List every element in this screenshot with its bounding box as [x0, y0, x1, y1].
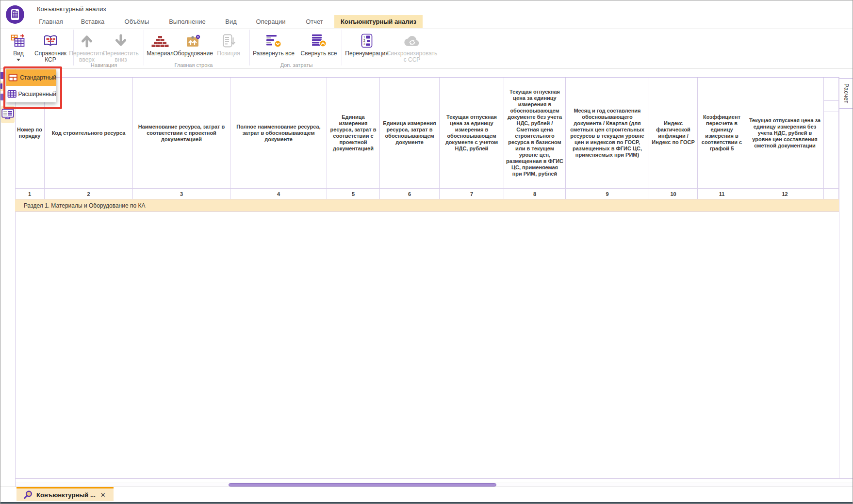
header-cell-5[interactable]: Единица измерения ресурса, затрат в соот…	[327, 78, 380, 188]
menu-item-standard[interactable]: Стандартный	[6, 69, 56, 86]
monitor-table-icon	[1, 109, 14, 120]
tab-operacii[interactable]: Операции	[253, 15, 289, 28]
tab-vstavka[interactable]: Вставка	[78, 15, 107, 28]
tab-glavnaya[interactable]: Главная	[37, 15, 65, 28]
extended-grid-icon	[6, 90, 18, 98]
column-number: 11	[698, 189, 746, 199]
column-number: 6	[380, 189, 440, 199]
move-up-button[interactable]: Переместить вверх	[67, 31, 106, 63]
book-icon	[31, 31, 70, 49]
menu-item-extended[interactable]: Расширенный	[6, 86, 56, 102]
position-label: Позиция	[213, 50, 244, 57]
window-title: Конъюнктурный анализ	[37, 5, 106, 13]
tab-vid[interactable]: Вид	[223, 15, 239, 28]
column-number	[824, 189, 839, 199]
sidebar-icon-partial[interactable]	[0, 72, 3, 79]
view-mode-button[interactable]: Вид	[7, 31, 30, 61]
header-cell-9[interactable]: Месяц и год составления обосновывающего …	[566, 78, 649, 188]
svg-text:2: 2	[363, 39, 365, 42]
move-down-label: Переместить вниз	[101, 50, 140, 63]
ksr-reference-label: Справочник КСР	[31, 50, 70, 63]
collapse-all-icon	[298, 31, 340, 49]
cloud-sync-icon	[385, 31, 439, 49]
column-number: 5	[327, 189, 380, 199]
renumber-button[interactable]: 123 Перенумерация	[342, 31, 392, 57]
tab-konyunkturnyj-analiz[interactable]: Конъюнктурный анализ	[334, 15, 423, 28]
column-number: 7	[440, 189, 504, 199]
window-bottom-edge	[0, 502, 853, 504]
move-down-button[interactable]: Переместить вниз	[101, 31, 140, 63]
crate-icon	[171, 31, 215, 49]
sync-ssr-label: Синхронизировать с ССР	[385, 50, 439, 63]
panel-divider	[839, 77, 839, 478]
standard-grid-icon	[6, 73, 20, 82]
document-tab[interactable]: Конъюнктурный ... ✕	[16, 487, 114, 501]
column-number: 9	[566, 189, 649, 199]
toolbar-separator	[144, 30, 144, 65]
position-button[interactable]: Позиция	[213, 31, 244, 57]
document-tab-label: Конъюнктурный ...	[36, 491, 96, 499]
column-number: 2	[45, 189, 133, 199]
table-bottom-line	[15, 478, 853, 479]
sidebar-icon-partial	[0, 83, 2, 89]
renumber-label: Перенумерация	[342, 50, 392, 57]
toolbar-divider	[0, 68, 853, 69]
header-cell-2[interactable]: Код строительного ресурса	[45, 78, 133, 188]
ksr-reference-button[interactable]: Справочник КСР	[31, 31, 70, 63]
header-cell-6[interactable]: Единица измерения ресурса, затрат в обос…	[380, 78, 440, 188]
arrow-up-icon	[67, 31, 106, 49]
view-grid-icon	[7, 31, 30, 49]
ribbon-divider	[0, 28, 853, 29]
view-mode-menu: Стандартный Расширенный	[6, 69, 56, 102]
horizontal-scrollbar-thumb[interactable]	[229, 483, 496, 487]
collapse-all-button[interactable]: Свернуть все	[298, 31, 340, 57]
expand-all-icon	[251, 31, 296, 49]
column-number: 10	[649, 189, 698, 199]
header-cell-12[interactable]: Текущая отпускная цена за единицу измере…	[746, 78, 824, 188]
menu-item-label: Стандартный	[20, 74, 56, 81]
view-mode-label: Вид	[7, 50, 30, 57]
column-number: 4	[230, 189, 327, 199]
bottom-tab-bar	[0, 487, 853, 502]
chevron-down-icon	[16, 59, 20, 61]
column-number: 3	[133, 189, 230, 199]
move-up-label: Переместить вверх	[67, 50, 106, 63]
raschet-panel-tab[interactable]: Расчет	[839, 78, 853, 109]
header-cell-3[interactable]: Наименование ресурса, затрат в соответст…	[133, 78, 230, 188]
sidebar-icon-table-view[interactable]	[1, 106, 15, 123]
group-caption-extra-costs: Доп. затраты	[265, 62, 328, 68]
close-icon[interactable]: ✕	[100, 491, 106, 499]
sidebar-icon-partial[interactable]	[0, 94, 3, 100]
tab-vypolnenie[interactable]: Выполнение	[166, 15, 208, 28]
menu-item-label: Расширенный	[18, 91, 56, 98]
tab-otchet[interactable]: Отчет	[302, 15, 327, 28]
column-number: 8	[504, 189, 566, 199]
search-icon	[23, 490, 33, 500]
header-cell-4[interactable]: Полное наименование ресурса, затрат в об…	[230, 78, 327, 188]
header-cell-13[interactable]	[824, 78, 839, 188]
column-number: 12	[746, 189, 824, 199]
column-number: 1	[15, 189, 45, 199]
header-cell-11[interactable]: Коэффициент пересчета в единицу измерени…	[698, 78, 746, 188]
table-header-row: Номер по порядку Код строительного ресур…	[15, 77, 839, 189]
group-caption-main-row: Главная строка	[161, 62, 227, 68]
document-lines-icon	[213, 31, 244, 49]
section-title: Раздел 1. Материалы и Оборудование по КА	[24, 202, 145, 209]
app-window: Конъюнктурный анализ Главная Вставка Объ…	[0, 0, 853, 504]
raschet-panel-label: Расчет	[843, 83, 850, 103]
header-cell-10[interactable]: Индекс фактической инфляции / Индекс по …	[649, 78, 698, 188]
group-caption-navigation: Навигация	[75, 62, 133, 68]
equipment-button[interactable]: Оборудование	[171, 31, 215, 57]
expand-all-label: Развернуть все	[251, 50, 296, 57]
numbered-list-icon: 123	[342, 31, 392, 49]
svg-text:1: 1	[363, 35, 365, 39]
expand-all-button[interactable]: Развернуть все	[251, 31, 296, 57]
grid-line	[824, 100, 839, 101]
section-row[interactable]: Раздел 1. Материалы и Оборудование по КА	[15, 199, 839, 212]
tab-obyomy[interactable]: Объёмы	[122, 15, 152, 28]
equipment-label: Оборудование	[171, 50, 215, 57]
header-cell-8[interactable]: Текущая отпускная цена за единицу измере…	[504, 78, 566, 188]
header-cell-7[interactable]: Текущая отпускная цена за единицу измере…	[440, 78, 504, 188]
grid-line	[824, 112, 839, 112]
sync-ssr-button[interactable]: Синхронизировать с ССР	[385, 31, 439, 63]
